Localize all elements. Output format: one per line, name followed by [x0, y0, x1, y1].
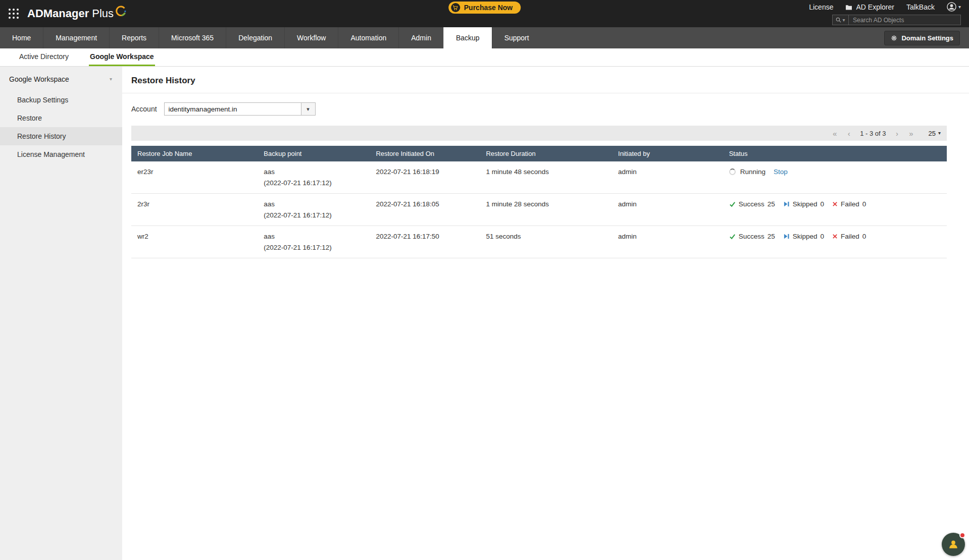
domain-settings-label: Domain Settings [901, 34, 953, 42]
tab-workflow[interactable]: Workflow [284, 27, 338, 48]
success-label: Success [739, 233, 764, 240]
backup-point-cell: aas (2022-07-21 16:17:12) [258, 194, 370, 226]
domain-settings-button[interactable]: Domain Settings [884, 31, 960, 45]
search-scope-button[interactable]: ▾ [833, 15, 849, 25]
column-header-initiated-by: Initiated by [612, 146, 723, 161]
prev-page-button[interactable]: ‹ [845, 129, 853, 138]
sidebar-item-backup-settings[interactable]: Backup Settings [0, 91, 122, 109]
apps-grid-icon[interactable] [8, 8, 19, 19]
license-link[interactable]: License [809, 3, 833, 11]
first-page-button[interactable]: « [831, 129, 839, 138]
skipped-label: Skipped [793, 200, 818, 208]
restore-history-table: Restore Job Name Backup point Restore In… [131, 146, 947, 258]
table-header-row: Restore Job Name Backup point Restore In… [131, 146, 947, 161]
tab-management[interactable]: Management [43, 27, 109, 48]
initiated-on-cell: 2022-07-21 16:18:19 [370, 161, 480, 193]
success-status: Success 25 [729, 233, 775, 240]
next-page-button[interactable]: › [893, 129, 901, 138]
tab-backup[interactable]: Backup [443, 27, 492, 48]
failed-status: Failed 0 [832, 200, 866, 208]
failed-count: 0 [862, 200, 866, 208]
search-input[interactable] [849, 15, 960, 25]
skipped-status: Skipped 0 [783, 233, 824, 240]
table-row: wr2 aas (2022-07-21 16:17:12) 2022-07-21… [131, 226, 947, 258]
backup-point-name: aas [264, 233, 364, 240]
column-header-initiated-on: Restore Initiated On [370, 146, 480, 161]
table-row: er23r aas (2022-07-21 16:17:12) 2022-07-… [131, 161, 947, 194]
header-right: License AD Explorer TalkBack [809, 2, 961, 25]
chevron-down-icon: ▾ [938, 131, 941, 136]
tab-microsoft-365[interactable]: Microsoft 365 [159, 27, 226, 48]
initiated-on-cell: 2022-07-21 16:17:50 [370, 226, 480, 258]
subtab-google-workspace[interactable]: Google Workspace [89, 48, 155, 66]
column-header-job-name: Restore Job Name [131, 146, 258, 161]
sidebar-group-google-workspace[interactable]: Google Workspace ▾ [0, 67, 122, 91]
chevron-down-icon: ▾ [958, 5, 961, 10]
account-select[interactable]: identitymanagement.in ▾ [164, 102, 316, 116]
skipped-status: Skipped 0 [783, 200, 824, 208]
sidebar-item-restore[interactable]: Restore [0, 109, 122, 127]
app-logo: ADManager Plus [27, 7, 127, 20]
skipped-label: Skipped [793, 233, 818, 240]
top-header: ADManager Plus Purchase Now License [0, 0, 969, 27]
search-icon [836, 17, 841, 23]
success-count: 25 [768, 233, 775, 240]
backup-point-time: (2022-07-21 16:17:12) [264, 179, 364, 187]
table-row: 2r3r aas (2022-07-21 16:17:12) 2022-07-2… [131, 194, 947, 226]
pagination-bar: « ‹ 1 - 3 of 3 › » 25 ▾ [131, 126, 947, 141]
subtab-bar: Active Directory Google Workspace [0, 48, 969, 67]
sidebar-item-license-management[interactable]: License Management [0, 145, 122, 163]
chat-person-icon [947, 538, 959, 550]
user-avatar-icon [947, 2, 956, 12]
folder-icon [845, 4, 852, 10]
main-nav: Home Management Reports Microsoft 365 De… [0, 27, 969, 48]
skip-icon [783, 233, 790, 240]
account-row: Account identitymanagement.in ▾ [122, 93, 969, 124]
purchase-now-button[interactable]: Purchase Now [448, 2, 521, 14]
job-name-cell: 2r3r [131, 194, 258, 226]
ad-explorer-link[interactable]: AD Explorer [845, 3, 894, 11]
skipped-count: 0 [821, 200, 825, 208]
support-chat-button[interactable] [942, 533, 965, 556]
notification-badge [959, 532, 965, 538]
success-status: Success 25 [729, 200, 775, 208]
tab-automation[interactable]: Automation [338, 27, 398, 48]
tab-support[interactable]: Support [492, 27, 541, 48]
tab-home[interactable]: Home [0, 27, 43, 48]
duration-cell: 1 minute 48 seconds [480, 161, 612, 193]
last-page-button[interactable]: » [907, 129, 915, 138]
duration-cell: 51 seconds [480, 226, 612, 258]
job-name-cell: er23r [131, 161, 258, 193]
failed-label: Failed [841, 200, 859, 208]
success-count: 25 [768, 200, 775, 208]
backup-point-name: aas [264, 168, 364, 176]
status-cell: Running Stop [723, 161, 947, 193]
page-size-value: 25 [929, 130, 936, 137]
sidebar-item-restore-history[interactable]: Restore History [0, 127, 122, 145]
cart-icon [451, 3, 460, 12]
sidebar-group-label: Google Workspace [9, 75, 69, 83]
sidebar: Google Workspace ▾ Backup Settings Resto… [0, 67, 122, 560]
tab-admin[interactable]: Admin [398, 27, 443, 48]
logo-brand-text: ADManager [27, 7, 89, 20]
page-size-select[interactable]: 25 ▾ [929, 130, 941, 137]
failed-status: Failed 0 [832, 233, 866, 240]
backup-point-cell: aas (2022-07-21 16:17:12) [258, 226, 370, 258]
user-menu[interactable]: ▾ [947, 2, 961, 12]
backup-point-time: (2022-07-21 16:17:12) [264, 244, 364, 251]
tab-reports[interactable]: Reports [109, 27, 159, 48]
header-links: License AD Explorer TalkBack [809, 2, 961, 12]
status-cell: Success 25 Skipped 0 [723, 226, 947, 258]
license-label: License [809, 3, 833, 11]
stop-link[interactable]: Stop [774, 168, 788, 176]
check-icon [729, 201, 736, 207]
logo-suffix-text: Plus [92, 7, 114, 20]
backup-point-name: aas [264, 200, 364, 208]
column-header-duration: Restore Duration [480, 146, 612, 161]
initiated-on-cell: 2022-07-21 16:18:05 [370, 194, 480, 226]
running-spinner-icon [729, 169, 736, 175]
subtab-active-directory[interactable]: Active Directory [18, 48, 70, 66]
page-title: Restore History [122, 67, 969, 93]
tab-delegation[interactable]: Delegation [226, 27, 284, 48]
talkback-link[interactable]: TalkBack [906, 3, 935, 11]
